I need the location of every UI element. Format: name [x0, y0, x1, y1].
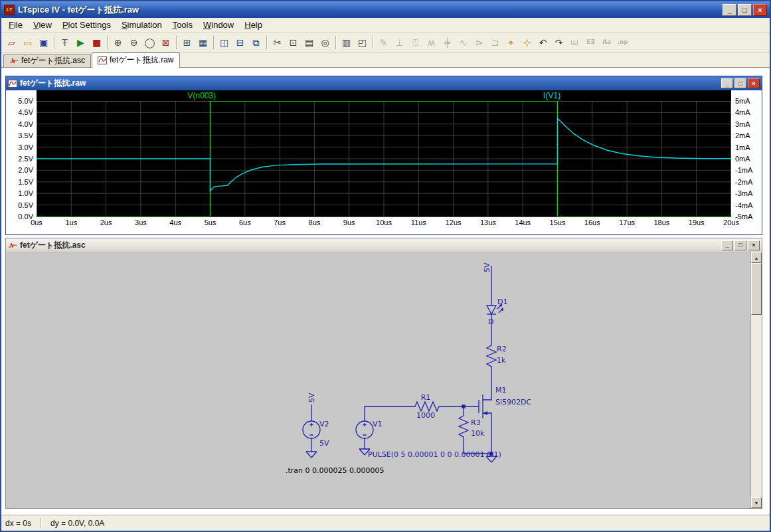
tab-label: fetゲート抵抗.asc [21, 55, 85, 66]
tab-schematic[interactable]: fetゲート抵抗.asc [3, 54, 91, 67]
menu-tools[interactable]: Tools [168, 19, 197, 31]
manual-limits-button[interactable]: ▦ [195, 35, 211, 50]
trace-label-i-v1-[interactable]: I(V1) [543, 91, 560, 100]
junction-dot [462, 404, 465, 408]
vertical-scrollbar[interactable]: ▲ ▼ [750, 252, 762, 508]
r2-name-label[interactable]: R2 [497, 345, 507, 353]
toolbar-separator [54, 36, 54, 49]
minimize-button[interactable]: _ [721, 240, 733, 250]
close-button[interactable]: × [748, 78, 760, 88]
v2-value-label[interactable]: 5V [319, 439, 329, 448]
copy-button[interactable]: ⊡ [286, 35, 301, 50]
menu-window[interactable]: Window [199, 19, 238, 31]
v1-name-label[interactable]: V1 [373, 420, 383, 428]
schematic-body: V2 5V 5V V1 R1 1000 R3 10k M1 Si5902DC R… [6, 252, 762, 508]
minimize-button[interactable]: _ [721, 78, 733, 88]
wave-plot-area[interactable]: V(n003)I(V1) 5.0V4.5V4.0V3.5V3.0V2.5V2.0… [6, 90, 762, 234]
r3-name-label[interactable]: R3 [471, 418, 481, 427]
tran-directive[interactable]: .tran 0 0.000025 0.000005 [286, 466, 385, 475]
drag-button[interactable]: ⊹ [519, 35, 535, 50]
menu-file[interactable]: File [4, 19, 27, 31]
r2-value-label[interactable]: 1k [497, 356, 506, 365]
schematic-canvas[interactable]: V2 5V 5V V1 R1 1000 R3 10k M1 Si5902DC R… [6, 252, 750, 508]
pan-button[interactable]: ◯ [142, 35, 157, 50]
autorange-y-axis-button[interactable]: ⊞ [179, 35, 195, 50]
time-axis: 0us1us2us3us4us5us6us7us8us9us10us11us12… [6, 217, 762, 230]
undo-button[interactable]: ↶ [535, 35, 551, 50]
time-axis-tick: 3us [135, 219, 147, 226]
v2-name-label[interactable]: V2 [319, 420, 329, 428]
d1-name-label[interactable]: D1 [497, 298, 507, 306]
scrollbar-thumb[interactable] [751, 263, 762, 315]
find-icon: ◎ [321, 38, 329, 47]
schematic-drawing: V2 5V 5V V1 R1 1000 R3 10k M1 Si5902DC R… [6, 252, 750, 508]
m1-name-label[interactable]: M1 [495, 386, 507, 395]
control-panel-icon: Ŧ [62, 38, 68, 47]
halt-simulation-button[interactable]: ■ [89, 35, 104, 50]
left-axis-tick: 4.5V [18, 108, 33, 116]
open-file-button[interactable]: ▭ [20, 35, 35, 50]
m1-value-label[interactable]: Si5902DC [495, 398, 532, 406]
scroll-down-button[interactable]: ▼ [751, 497, 762, 508]
maximize-button[interactable]: □ [738, 4, 752, 16]
zoom-in-button[interactable]: ⊕ [110, 35, 126, 50]
ltspice-window: LT LTspice IV - fetゲート抵抗.raw _ □ × File … [0, 0, 771, 532]
cut-button[interactable]: ✂ [270, 35, 285, 50]
tile-vertical-button[interactable]: ◫ [216, 35, 232, 50]
place-ground-icon: ⊥ [395, 38, 403, 47]
rail-5v-label[interactable]: 5V [483, 262, 491, 272]
tab-waveform[interactable]: fetゲート抵抗.raw [92, 52, 180, 68]
close-button[interactable]: × [753, 4, 767, 16]
menu-simulation[interactable]: Simulation [117, 19, 167, 31]
r1-name-label[interactable]: R1 [421, 393, 431, 402]
spice-directive-icon: .op [617, 39, 628, 45]
maximize-button[interactable]: □ [734, 78, 746, 88]
right-axis-tick: 1mA [735, 143, 750, 151]
close-button[interactable]: × [748, 240, 760, 250]
v2-rail-label[interactable]: 5V [307, 393, 316, 402]
r1-value-label[interactable]: 1000 [416, 411, 435, 420]
v1-pulse-label[interactable]: PULSE(0 5 0.00001 0 0 0.00001 0 1) [368, 450, 501, 459]
left-axis-tick: 4.0V [18, 120, 33, 128]
left-axis-tick: 2.5V [18, 155, 33, 163]
toolbar-separator [176, 36, 177, 49]
minimize-button[interactable]: _ [723, 4, 736, 16]
plot-pane[interactable]: V(n003)I(V1) [37, 90, 731, 217]
right-axis-tick: -1mA [735, 166, 752, 174]
mdi-area: fetゲート抵抗.raw _ □ × V(n003)I(V1) 5.0V4.5V… [1, 68, 770, 515]
place-inductor-button: ∿ [456, 35, 471, 50]
save-button[interactable]: ▣ [36, 35, 51, 50]
print-preview-button[interactable]: ◰ [355, 35, 370, 50]
zoom-out-button[interactable]: ⊖ [126, 35, 141, 50]
control-panel-button[interactable]: Ŧ [57, 35, 72, 50]
time-axis-tick: 18us [653, 219, 669, 226]
schematic-window-titlebar[interactable]: fetゲート抵抗.asc _ □ × [6, 238, 762, 252]
new-schematic-button[interactable]: ▱ [4, 35, 19, 50]
move-button[interactable]: ⌖ [503, 35, 519, 50]
r3-value-label[interactable]: 10k [471, 429, 485, 438]
zoom-full-extents-button[interactable]: ⊠ [158, 35, 173, 50]
toolbar-separator [107, 36, 108, 49]
paste-button[interactable]: ▤ [301, 35, 317, 50]
waveform-window-titlebar[interactable]: fetゲート抵抗.raw _ □ × [6, 76, 762, 90]
find-button[interactable]: ◎ [317, 35, 333, 50]
menu-help[interactable]: Help [240, 19, 267, 31]
menu-plot-settings[interactable]: Plot Settings [58, 19, 116, 31]
trace-label-v-n003-[interactable]: V(n003) [188, 91, 216, 100]
menu-view[interactable]: View [29, 19, 56, 31]
status-bar: dx = 0s dy = 0.0V, 0.0A [1, 515, 770, 531]
d1-value-label[interactable]: D [488, 317, 493, 326]
cascade-windows-button[interactable]: ⧉ [248, 35, 264, 50]
scroll-up-button[interactable]: ▲ [751, 252, 762, 263]
time-axis-tick: 2us [100, 219, 112, 226]
resistor-r1 [412, 402, 439, 411]
tile-horizontal-button[interactable]: ⊟ [232, 35, 248, 50]
print-button[interactable]: ▥ [339, 35, 354, 50]
toolbar: ▱▭▣Ŧ▶■⊕⊖◯⊠⊞▦◫⊟⧉✂⊡▤◎▥◰✎⊥⍞ʍ╪∿⊳⊐⌖⊹↶↷EEƎAa.o… [1, 33, 770, 52]
new-schematic-icon: ▱ [8, 38, 15, 47]
time-axis-tick: 0us [31, 219, 43, 226]
redo-button[interactable]: ↷ [551, 35, 566, 50]
drag-icon: ⊹ [523, 38, 531, 47]
maximize-button[interactable]: □ [734, 240, 746, 250]
run-simulation-button[interactable]: ▶ [73, 35, 88, 50]
